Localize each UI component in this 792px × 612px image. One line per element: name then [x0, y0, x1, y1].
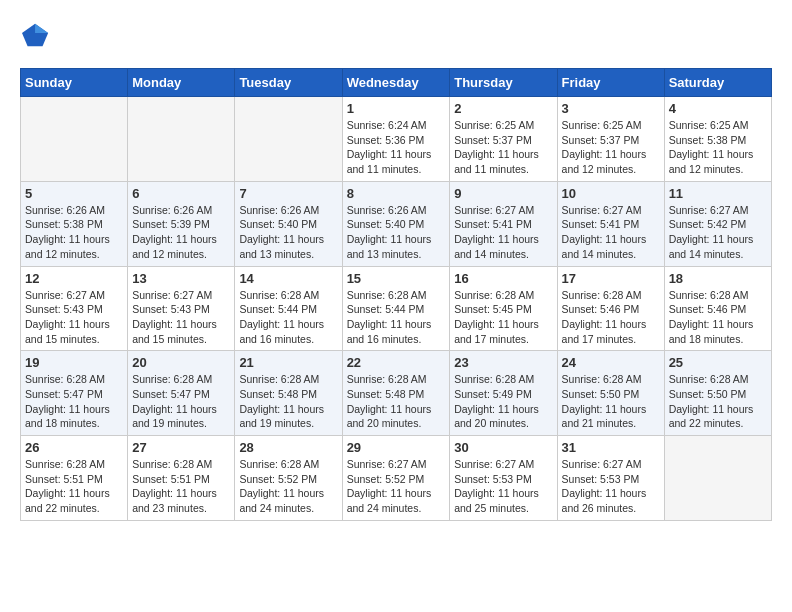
day-info: Sunrise: 6:28 AMSunset: 5:44 PMDaylight:… [239, 288, 337, 347]
weekday-header: Monday [128, 69, 235, 97]
day-info: Sunrise: 6:28 AMSunset: 5:49 PMDaylight:… [454, 372, 552, 431]
weekday-header: Wednesday [342, 69, 450, 97]
day-info: Sunrise: 6:27 AMSunset: 5:52 PMDaylight:… [347, 457, 446, 516]
calendar-cell: 12Sunrise: 6:27 AMSunset: 5:43 PMDayligh… [21, 266, 128, 351]
calendar-week-row: 19Sunrise: 6:28 AMSunset: 5:47 PMDayligh… [21, 351, 772, 436]
calendar-cell [21, 97, 128, 182]
day-number: 4 [669, 101, 767, 116]
day-info: Sunrise: 6:28 AMSunset: 5:52 PMDaylight:… [239, 457, 337, 516]
svg-marker-1 [35, 24, 48, 33]
calendar-cell: 30Sunrise: 6:27 AMSunset: 5:53 PMDayligh… [450, 436, 557, 521]
day-info: Sunrise: 6:28 AMSunset: 5:45 PMDaylight:… [454, 288, 552, 347]
calendar-cell [235, 97, 342, 182]
calendar-cell: 1Sunrise: 6:24 AMSunset: 5:36 PMDaylight… [342, 97, 450, 182]
day-number: 7 [239, 186, 337, 201]
day-info: Sunrise: 6:27 AMSunset: 5:43 PMDaylight:… [132, 288, 230, 347]
day-info: Sunrise: 6:28 AMSunset: 5:47 PMDaylight:… [132, 372, 230, 431]
calendar-cell [664, 436, 771, 521]
day-info: Sunrise: 6:28 AMSunset: 5:50 PMDaylight:… [669, 372, 767, 431]
day-number: 30 [454, 440, 552, 455]
day-number: 21 [239, 355, 337, 370]
calendar-cell: 2Sunrise: 6:25 AMSunset: 5:37 PMDaylight… [450, 97, 557, 182]
calendar-cell: 27Sunrise: 6:28 AMSunset: 5:51 PMDayligh… [128, 436, 235, 521]
day-number: 12 [25, 271, 123, 286]
calendar-cell: 17Sunrise: 6:28 AMSunset: 5:46 PMDayligh… [557, 266, 664, 351]
calendar-cell: 26Sunrise: 6:28 AMSunset: 5:51 PMDayligh… [21, 436, 128, 521]
calendar-cell: 4Sunrise: 6:25 AMSunset: 5:38 PMDaylight… [664, 97, 771, 182]
calendar-cell [128, 97, 235, 182]
calendar-cell: 14Sunrise: 6:28 AMSunset: 5:44 PMDayligh… [235, 266, 342, 351]
day-number: 6 [132, 186, 230, 201]
day-info: Sunrise: 6:26 AMSunset: 5:40 PMDaylight:… [347, 203, 446, 262]
day-number: 24 [562, 355, 660, 370]
calendar-cell: 20Sunrise: 6:28 AMSunset: 5:47 PMDayligh… [128, 351, 235, 436]
weekday-header: Thursday [450, 69, 557, 97]
calendar-cell: 22Sunrise: 6:28 AMSunset: 5:48 PMDayligh… [342, 351, 450, 436]
day-info: Sunrise: 6:25 AMSunset: 5:37 PMDaylight:… [454, 118, 552, 177]
day-number: 1 [347, 101, 446, 116]
day-number: 22 [347, 355, 446, 370]
logo [20, 20, 50, 52]
weekday-header: Friday [557, 69, 664, 97]
day-number: 29 [347, 440, 446, 455]
calendar-cell: 5Sunrise: 6:26 AMSunset: 5:38 PMDaylight… [21, 181, 128, 266]
day-info: Sunrise: 6:28 AMSunset: 5:48 PMDaylight:… [347, 372, 446, 431]
calendar-cell: 8Sunrise: 6:26 AMSunset: 5:40 PMDaylight… [342, 181, 450, 266]
day-number: 17 [562, 271, 660, 286]
calendar-cell: 19Sunrise: 6:28 AMSunset: 5:47 PMDayligh… [21, 351, 128, 436]
calendar-cell: 7Sunrise: 6:26 AMSunset: 5:40 PMDaylight… [235, 181, 342, 266]
day-number: 18 [669, 271, 767, 286]
calendar-cell: 28Sunrise: 6:28 AMSunset: 5:52 PMDayligh… [235, 436, 342, 521]
calendar-week-row: 5Sunrise: 6:26 AMSunset: 5:38 PMDaylight… [21, 181, 772, 266]
day-number: 26 [25, 440, 123, 455]
day-info: Sunrise: 6:27 AMSunset: 5:42 PMDaylight:… [669, 203, 767, 262]
day-info: Sunrise: 6:26 AMSunset: 5:39 PMDaylight:… [132, 203, 230, 262]
day-info: Sunrise: 6:28 AMSunset: 5:46 PMDaylight:… [669, 288, 767, 347]
day-info: Sunrise: 6:27 AMSunset: 5:41 PMDaylight:… [454, 203, 552, 262]
day-info: Sunrise: 6:27 AMSunset: 5:53 PMDaylight:… [454, 457, 552, 516]
calendar-cell: 13Sunrise: 6:27 AMSunset: 5:43 PMDayligh… [128, 266, 235, 351]
day-info: Sunrise: 6:25 AMSunset: 5:37 PMDaylight:… [562, 118, 660, 177]
calendar-cell: 16Sunrise: 6:28 AMSunset: 5:45 PMDayligh… [450, 266, 557, 351]
day-info: Sunrise: 6:28 AMSunset: 5:46 PMDaylight:… [562, 288, 660, 347]
calendar-cell: 25Sunrise: 6:28 AMSunset: 5:50 PMDayligh… [664, 351, 771, 436]
calendar-cell: 3Sunrise: 6:25 AMSunset: 5:37 PMDaylight… [557, 97, 664, 182]
day-number: 23 [454, 355, 552, 370]
day-info: Sunrise: 6:27 AMSunset: 5:53 PMDaylight:… [562, 457, 660, 516]
day-number: 31 [562, 440, 660, 455]
day-info: Sunrise: 6:28 AMSunset: 5:51 PMDaylight:… [25, 457, 123, 516]
day-info: Sunrise: 6:27 AMSunset: 5:43 PMDaylight:… [25, 288, 123, 347]
day-number: 9 [454, 186, 552, 201]
day-number: 16 [454, 271, 552, 286]
calendar-week-row: 1Sunrise: 6:24 AMSunset: 5:36 PMDaylight… [21, 97, 772, 182]
day-number: 15 [347, 271, 446, 286]
day-info: Sunrise: 6:28 AMSunset: 5:50 PMDaylight:… [562, 372, 660, 431]
day-info: Sunrise: 6:24 AMSunset: 5:36 PMDaylight:… [347, 118, 446, 177]
calendar-cell: 21Sunrise: 6:28 AMSunset: 5:48 PMDayligh… [235, 351, 342, 436]
calendar-cell: 9Sunrise: 6:27 AMSunset: 5:41 PMDaylight… [450, 181, 557, 266]
day-number: 3 [562, 101, 660, 116]
day-number: 27 [132, 440, 230, 455]
page-header [20, 20, 772, 52]
calendar-cell: 31Sunrise: 6:27 AMSunset: 5:53 PMDayligh… [557, 436, 664, 521]
day-number: 20 [132, 355, 230, 370]
day-info: Sunrise: 6:26 AMSunset: 5:40 PMDaylight:… [239, 203, 337, 262]
day-info: Sunrise: 6:28 AMSunset: 5:44 PMDaylight:… [347, 288, 446, 347]
day-number: 13 [132, 271, 230, 286]
calendar-cell: 10Sunrise: 6:27 AMSunset: 5:41 PMDayligh… [557, 181, 664, 266]
logo-icon [22, 20, 50, 48]
day-info: Sunrise: 6:28 AMSunset: 5:48 PMDaylight:… [239, 372, 337, 431]
calendar-cell: 29Sunrise: 6:27 AMSunset: 5:52 PMDayligh… [342, 436, 450, 521]
weekday-header: Saturday [664, 69, 771, 97]
weekday-header: Sunday [21, 69, 128, 97]
calendar-cell: 15Sunrise: 6:28 AMSunset: 5:44 PMDayligh… [342, 266, 450, 351]
day-number: 19 [25, 355, 123, 370]
svg-marker-0 [22, 24, 48, 46]
day-number: 10 [562, 186, 660, 201]
calendar-cell: 18Sunrise: 6:28 AMSunset: 5:46 PMDayligh… [664, 266, 771, 351]
day-info: Sunrise: 6:28 AMSunset: 5:47 PMDaylight:… [25, 372, 123, 431]
weekday-header-row: SundayMondayTuesdayWednesdayThursdayFrid… [21, 69, 772, 97]
day-number: 11 [669, 186, 767, 201]
day-info: Sunrise: 6:26 AMSunset: 5:38 PMDaylight:… [25, 203, 123, 262]
weekday-header: Tuesday [235, 69, 342, 97]
